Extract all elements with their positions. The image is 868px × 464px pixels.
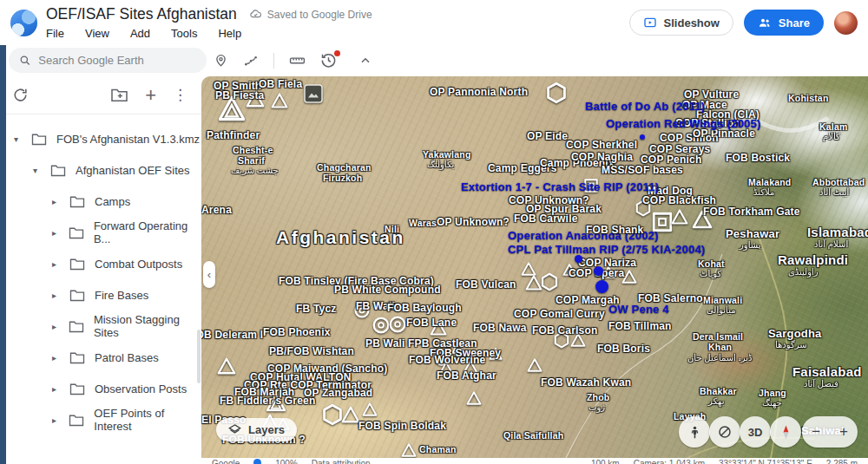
placemark-dot-icon[interactable]	[594, 266, 603, 276]
placemark-tri-icon[interactable]	[401, 442, 417, 458]
map-label-site[interactable]: FB Tycz	[296, 304, 337, 315]
pegman-button[interactable]	[679, 416, 710, 448]
map-label-event[interactable]: CPL Pat Tillman RIP (2/75 KIA-2004)	[508, 244, 705, 256]
map-label-site[interactable]: PB/FOB Wishtan	[269, 346, 354, 357]
info-icon[interactable]	[253, 459, 261, 464]
map-label-site[interactable]: FOB Boris	[597, 343, 650, 355]
map-label-site[interactable]: PB Wali	[365, 338, 405, 350]
placemark-dot-icon[interactable]	[640, 134, 645, 140]
placemark-tri-icon[interactable]	[217, 356, 236, 376]
search-box[interactable]	[9, 48, 207, 73]
collapse-toolbar-button[interactable]	[358, 54, 372, 68]
project-title[interactable]: OEF/ISAF Sites Afghanistan	[46, 5, 237, 23]
placemark-tri-icon[interactable]	[271, 92, 288, 109]
caret-right-icon[interactable]: ▸	[52, 384, 69, 394]
caret-right-icon[interactable]: ▸	[52, 259, 69, 269]
tilt-view-button[interactable]	[709, 416, 740, 448]
map-label-site[interactable]: FOB Lane	[406, 317, 457, 329]
tree-item-camps[interactable]: ▸Camps	[0, 186, 201, 217]
caret-right-icon[interactable]: ▸	[52, 197, 69, 206]
placemark-tri-icon[interactable]	[671, 208, 688, 225]
tree-item-combat-outposts[interactable]: ▸Combat Outposts	[0, 248, 201, 279]
caret-right-icon[interactable]: ▸	[52, 291, 69, 300]
map-label-site[interactable]: OP Pannonia North	[430, 87, 528, 98]
measure-button[interactable]	[289, 52, 306, 69]
map-label-site[interactable]: FOB Spin Boldak	[358, 421, 446, 432]
menu-item-add[interactable]: Add	[130, 27, 150, 40]
historical-imagery-button[interactable]	[320, 52, 337, 69]
layers-button[interactable]: Layers	[216, 418, 297, 441]
zoom-out-button[interactable]: −	[802, 416, 830, 448]
placemark-circ2-icon[interactable]	[388, 315, 407, 334]
map-label-site[interactable]: OP Unknown?	[437, 217, 510, 228]
tree-item-fire-bases[interactable]: ▸Fire Bases	[0, 279, 201, 310]
refresh-button[interactable]	[12, 87, 29, 103]
placemark-tri-icon[interactable]	[527, 357, 542, 373]
map-label-site[interactable]: FOB Baylough	[387, 303, 462, 314]
draw-path-button[interactable]	[243, 53, 259, 69]
tree-item-mission-stagging-sites[interactable]: ▸Mission Stagging Sites	[0, 310, 201, 342]
caret-down-icon[interactable]: ▾	[33, 166, 50, 175]
menu-item-tools[interactable]: Tools	[171, 27, 197, 40]
add-button[interactable]: +	[145, 86, 156, 105]
placemark-photo-icon[interactable]	[303, 83, 324, 104]
map-label-site[interactable]: FOB Atghar	[437, 370, 496, 382]
placemark-dot-icon[interactable]	[575, 255, 582, 263]
map-label-site[interactable]: MSS/SOF bases	[602, 165, 683, 176]
map-label-site[interactable]: FOB Bostick	[726, 153, 790, 164]
tree-item-root[interactable]: ▾ FOB's Afghanistan V1.3.kmz	[0, 123, 201, 154]
map-label-site[interactable]: COP Blackfish	[642, 195, 716, 206]
map-label-site[interactable]: FOB Wazah Kwan	[541, 377, 631, 389]
tree-item-observation-posts[interactable]: ▸Observation Posts	[0, 373, 201, 404]
caret-right-icon[interactable]: ▸	[52, 415, 69, 425]
map-label-site[interactable]: FOB Nawa	[473, 323, 527, 334]
tree-item-patrol-bases[interactable]: ▸Patrol Bases	[0, 342, 201, 373]
3d-toggle-button[interactable]: 3D	[740, 416, 771, 448]
map-label-site[interactable]: FOB Deleram I	[201, 330, 263, 341]
tree-item-forward-operating-b-[interactable]: ▸Forward Operating B...	[0, 217, 201, 248]
placemark-tri-icon[interactable]	[362, 402, 378, 417]
map-label-site[interactable]: OB Fiela	[259, 79, 302, 90]
sidebar-collapse-button[interactable]: ‹	[203, 261, 215, 288]
sidebar-scrollbar[interactable]	[197, 330, 201, 383]
tree-item-oef-points-of-interest[interactable]: ▸OEF Points of Interest	[0, 404, 201, 435]
google-earth-logo[interactable]	[10, 10, 37, 36]
caret-right-icon[interactable]: ▸	[52, 353, 69, 363]
placemark-dot-icon[interactable]	[595, 280, 608, 293]
placemark-tri-icon[interactable]	[341, 405, 360, 424]
map-label-event[interactable]: Operation Red Wings (2005)	[606, 118, 760, 130]
search-input[interactable]	[38, 54, 196, 67]
map-label-site[interactable]: FB Fiddler's Green	[220, 395, 315, 407]
slideshow-button[interactable]: Slideshow	[629, 10, 733, 36]
caret-right-icon[interactable]: ▸	[52, 228, 69, 238]
map-label-site[interactable]: FOB Tillman	[608, 321, 672, 332]
map-label-site[interactable]: COP Gomal Curry	[514, 309, 605, 320]
caret-down-icon[interactable]: ▾	[14, 134, 31, 144]
map-label-site[interactable]: PB White Compound	[334, 284, 441, 296]
map-label-site[interactable]: FOB Shank	[586, 225, 643, 236]
more-options-button[interactable]: ⋮	[173, 86, 187, 104]
placemark-tri-icon[interactable]	[466, 390, 482, 406]
map-label-event[interactable]: OW Pene 4	[608, 304, 669, 316]
map-label-site[interactable]: FOB Vulcan	[456, 279, 516, 291]
map-label-site[interactable]: FOB Phoenix	[263, 327, 331, 338]
share-button[interactable]: Share	[744, 10, 824, 36]
map-label-event[interactable]: Extortion 1-7 - Crash Site RIP (2011)	[461, 181, 659, 193]
menu-item-view[interactable]: View	[85, 27, 109, 40]
map-label-site[interactable]: COP Naghia	[571, 152, 633, 163]
map-label-site[interactable]: FOB Carlson	[532, 325, 598, 337]
map-label-site[interactable]: OP Eide	[527, 131, 568, 142]
placemark-pin-button[interactable]	[214, 53, 228, 68]
menu-item-file[interactable]: File	[46, 27, 64, 40]
tree-item-group[interactable]: ▾ Afghanistan OEF Sites	[0, 154, 201, 186]
map-viewport[interactable]: ‹ Layers 3D − + OP SmithOB FielaPB Fiest…	[201, 76, 868, 458]
account-avatar[interactable]	[834, 11, 858, 35]
zoom-in-button[interactable]: +	[830, 416, 858, 448]
map-label-site[interactable]: COP Sherkhel	[566, 140, 637, 151]
map-label-site[interactable]: Pathfinder	[207, 130, 260, 141]
compass-button[interactable]	[770, 416, 801, 448]
placemark-hex-icon[interactable]	[540, 272, 559, 291]
new-folder-button[interactable]	[110, 88, 128, 102]
map-label-site[interactable]: FOB Wolverine	[409, 355, 485, 366]
map-label-site[interactable]: PB Fiesta	[215, 90, 265, 101]
